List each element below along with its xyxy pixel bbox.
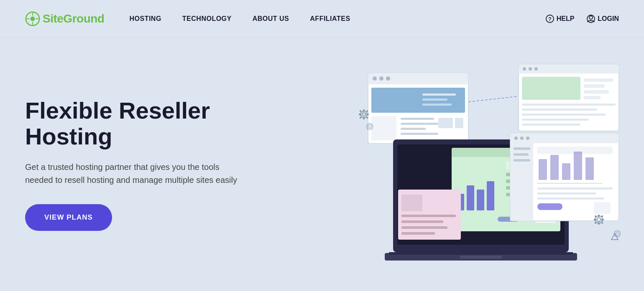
svg-rect-57: [519, 69, 619, 73]
logo-text: SiteGround: [43, 12, 104, 25]
svg-rect-134: [614, 230, 616, 232]
svg-rect-131: [617, 236, 618, 238]
svg-point-58: [523, 67, 526, 71]
svg-rect-49: [366, 126, 368, 127]
svg-rect-122: [594, 219, 596, 220]
hero-title: Flexible Reseller Hosting: [25, 98, 268, 149]
hero-section: Flexible Reseller Hosting Get a trusted …: [0, 38, 644, 291]
svg-rect-27: [422, 104, 452, 106]
svg-rect-111: [585, 157, 594, 180]
svg-rect-133: [619, 233, 621, 234]
nav-links: HOSTING TECHNOLOGY ABOUT US AFFILIATES: [129, 15, 545, 23]
svg-rect-108: [550, 155, 559, 180]
svg-rect-105: [514, 159, 530, 162]
nav-link-about-us[interactable]: ABOUT US: [253, 15, 289, 23]
nav-link-affiliates[interactable]: AFFILIATES: [310, 15, 350, 23]
svg-rect-62: [584, 78, 613, 82]
svg-rect-65: [584, 96, 601, 99]
svg-rect-90: [401, 220, 443, 223]
svg-rect-48: [369, 129, 371, 130]
svg-rect-68: [522, 114, 606, 116]
svg-point-99: [514, 137, 518, 140]
svg-rect-30: [401, 123, 442, 125]
svg-rect-66: [522, 104, 616, 106]
svg-point-21: [373, 76, 377, 81]
svg-rect-61: [522, 77, 580, 100]
illustration-svg: [343, 60, 636, 269]
svg-point-101: [526, 137, 529, 140]
svg-rect-107: [539, 159, 547, 180]
svg-rect-32: [401, 133, 438, 135]
svg-rect-135: [618, 230, 620, 232]
logo-text-ground: Ground: [63, 12, 104, 25]
svg-rect-121: [598, 222, 600, 225]
logo-text-site: Site: [43, 12, 63, 25]
nav-link-technology[interactable]: TECHNOLOGY: [182, 15, 232, 23]
help-icon: ?: [546, 15, 554, 23]
svg-rect-113: [537, 187, 613, 190]
svg-rect-92: [401, 232, 435, 235]
svg-point-22: [379, 76, 383, 81]
svg-point-129: [616, 232, 619, 235]
view-plans-button[interactable]: VIEW PLANS: [25, 204, 112, 231]
login-label: LOGIN: [598, 15, 619, 23]
svg-rect-70: [522, 124, 580, 126]
svg-rect-91: [401, 226, 447, 229]
svg-rect-89: [401, 215, 456, 217]
svg-rect-37: [363, 109, 365, 112]
help-label: HELP: [557, 15, 575, 23]
svg-point-36: [362, 113, 365, 116]
hero-illustration: [343, 60, 636, 269]
svg-rect-115: [537, 197, 604, 200]
svg-rect-83: [477, 190, 484, 210]
svg-rect-94: [460, 256, 502, 259]
hero-subtitle: Get a trusted hosting partner that gives…: [25, 161, 243, 187]
svg-rect-26: [422, 99, 447, 101]
svg-rect-130: [617, 230, 618, 232]
svg-rect-25: [422, 94, 456, 96]
nav-link-hosting[interactable]: HOSTING: [129, 15, 161, 23]
svg-point-59: [529, 67, 532, 71]
svg-rect-33: [438, 118, 453, 128]
svg-point-8: [589, 16, 593, 19]
svg-rect-84: [487, 181, 494, 210]
svg-point-23: [386, 76, 390, 81]
svg-point-100: [520, 137, 524, 140]
hero-content: Flexible Reseller Hosting Get a trusted …: [25, 98, 268, 231]
svg-rect-38: [363, 117, 365, 119]
help-button[interactable]: ? HELP: [546, 15, 575, 23]
svg-rect-95: [389, 252, 573, 255]
svg-rect-34: [455, 118, 463, 128]
svg-rect-104: [514, 153, 529, 156]
svg-rect-109: [562, 163, 570, 180]
svg-rect-67: [522, 109, 597, 111]
svg-rect-132: [613, 233, 615, 234]
nav-right: ? HELP LOGIN: [546, 15, 619, 23]
svg-rect-82: [467, 185, 474, 210]
svg-rect-116: [537, 203, 562, 210]
login-button[interactable]: LOGIN: [587, 15, 619, 23]
svg-rect-24: [371, 88, 465, 113]
svg-rect-63: [584, 84, 605, 88]
svg-rect-64: [584, 90, 609, 94]
svg-rect-39: [359, 114, 361, 115]
svg-point-1: [31, 16, 35, 21]
svg-rect-69: [522, 119, 589, 121]
svg-rect-120: [598, 215, 600, 217]
svg-rect-40: [366, 114, 369, 115]
user-icon: [587, 15, 595, 23]
svg-point-35: [360, 111, 367, 118]
svg-rect-50: [372, 126, 373, 127]
navbar: SiteGround HOSTING TECHNOLOGY ABOUT US A…: [0, 0, 644, 38]
svg-rect-110: [574, 152, 582, 180]
logo[interactable]: SiteGround: [25, 11, 104, 26]
svg-rect-137: [618, 235, 620, 237]
svg-rect-117: [594, 202, 611, 214]
svg-rect-29: [401, 118, 434, 120]
svg-rect-31: [401, 128, 426, 130]
svg-point-60: [534, 67, 538, 71]
logo-icon: [25, 11, 40, 26]
svg-rect-123: [601, 219, 604, 220]
svg-rect-103: [514, 147, 530, 150]
svg-rect-28: [371, 116, 396, 140]
